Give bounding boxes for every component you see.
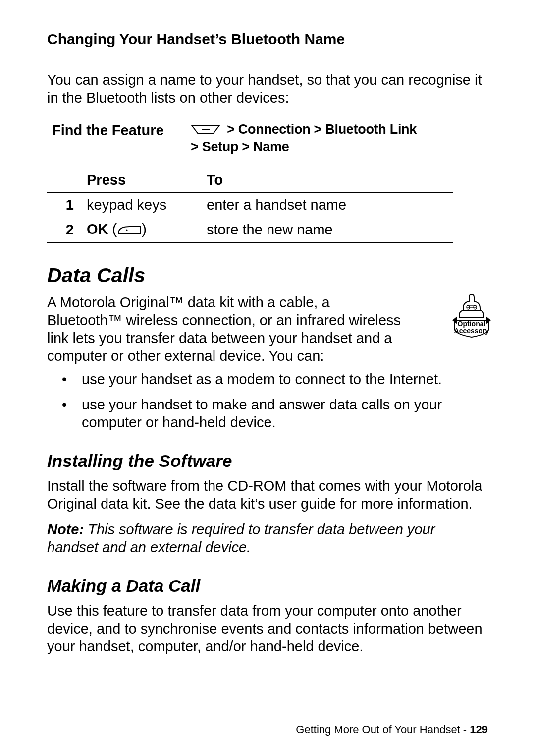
making-data-call-paragraph: Use this feature to transfer data from y…: [47, 602, 488, 656]
find-the-feature-label: Find the Feature: [47, 121, 191, 139]
step-press: OK ( ): [84, 217, 204, 243]
press-to-table: Press To 1 keypad keys enter a handset n…: [47, 168, 453, 243]
step-to: enter a handset name: [204, 192, 453, 217]
data-calls-intro-block: A Motorola Original™ data kit with a cab…: [47, 293, 488, 365]
note-text: This software is required to transfer da…: [47, 522, 435, 555]
page-footer: Getting More Out of Your Handset - 129: [296, 723, 488, 737]
note-label: Note:: [47, 522, 88, 537]
list-item: use your handset to make and answer data…: [82, 396, 488, 432]
step-index: 2: [47, 217, 84, 243]
bullet-list: use your handset as a modem to connect t…: [47, 370, 488, 432]
ok-softkey-label: OK: [87, 221, 108, 237]
table-row: 1 keypad keys enter a handset name: [47, 192, 453, 217]
data-calls-paragraph: A Motorola Original™ data kit with a cab…: [47, 293, 404, 365]
page-number: 129: [470, 723, 488, 736]
menu-key-icon: [191, 122, 220, 139]
col-header-press: Press: [84, 168, 204, 192]
step-press: keypad keys: [84, 192, 204, 217]
manual-page: Changing Your Handset’s Bluetooth Name Y…: [0, 0, 535, 756]
note-line: Note: This software is required to trans…: [47, 521, 488, 557]
right-softkey-icon: [117, 221, 142, 239]
svg-text:Accessory: Accessory: [454, 327, 489, 335]
install-paragraph: Install the software from the CD-ROM tha…: [47, 477, 488, 513]
footer-section-name: Getting More Out of Your Handset -: [296, 723, 470, 736]
find-the-feature-row: Find the Feature > Connection > Bluetoot…: [47, 121, 488, 156]
col-header-to: To: [204, 168, 453, 192]
svg-point-1: [126, 230, 128, 231]
menu-path-line-2: > Setup > Name: [191, 139, 488, 156]
optional-accessory-badge: Optional Accessory: [450, 293, 493, 344]
section-heading: Data Calls: [47, 263, 488, 288]
intro-paragraph: You can assign a name to your handset, s…: [47, 71, 488, 107]
subsection-heading: Installing the Software: [47, 450, 488, 472]
table-row: 2 OK ( ) store the new name: [47, 217, 453, 243]
subsection-heading: Changing Your Handset’s Bluetooth Name: [47, 30, 488, 49]
menu-path-line-1: > Connection > Bluetooth Link: [191, 121, 488, 139]
list-item: use your handset as a modem to connect t…: [82, 370, 488, 388]
menu-path-text-1: > Connection > Bluetooth Link: [223, 122, 417, 137]
subsection-heading: Making a Data Call: [47, 575, 488, 597]
step-index: 1: [47, 192, 84, 217]
step-to: store the new name: [204, 217, 453, 243]
menu-path: > Connection > Bluetooth Link > Setup > …: [191, 121, 488, 156]
